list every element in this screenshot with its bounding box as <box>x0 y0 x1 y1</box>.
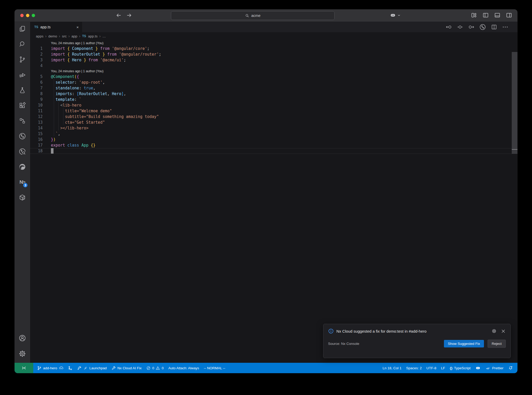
info-icon <box>328 328 334 334</box>
reject-button[interactable]: Reject <box>488 340 506 348</box>
code-line: 9 template: ` <box>30 97 517 102</box>
code-line: 6 selector: 'app-root', <box>30 80 517 85</box>
gitlens-inspect-icon[interactable] <box>18 148 26 155</box>
line-number: 16 <box>30 137 43 142</box>
code-line: 13 cta="Get Started" <box>30 120 517 125</box>
notification-toast: Nx Cloud suggested a fix for demo:test i… <box>323 324 511 358</box>
typescript-file-icon: TS <box>82 34 86 38</box>
copilot-status[interactable] <box>473 363 483 373</box>
show-suggested-fix-button[interactable]: Show Suggested Fix <box>444 340 484 347</box>
minimize-window-button[interactable] <box>26 14 29 17</box>
toggle-panel-bottom-icon[interactable] <box>494 12 501 18</box>
codelens-blame[interactable]: You, 24 minutes ago | 1 author (You) <box>30 69 517 74</box>
scrollbar-thumb[interactable] <box>512 52 517 154</box>
container-icon[interactable] <box>18 194 26 201</box>
code-line: 5@Component({ <box>30 74 517 80</box>
nx-cloud-ai-fix-status[interactable]: Nx Cloud AI Fix <box>109 363 144 373</box>
window-controls <box>20 14 35 17</box>
testing-beaker-icon[interactable] <box>18 86 26 94</box>
code-line: 11 title="Welcmoe demo" <box>30 108 517 114</box>
line-number: 12 <box>30 114 43 120</box>
git-branch-status[interactable]: add-hero <box>35 363 66 373</box>
navigate-back-revision-icon[interactable] <box>445 24 452 30</box>
editor-scrollbar[interactable] <box>512 40 517 363</box>
line-number: 18 <box>30 148 43 154</box>
gitlens-icon[interactable] <box>18 132 26 140</box>
code-line: 2import { RouterOutlet } from '@angular/… <box>30 51 517 57</box>
extensions-icon[interactable] <box>18 102 26 109</box>
split-editor-icon[interactable] <box>491 24 497 30</box>
title-bar: acme <box>15 9 517 22</box>
editor-cursor <box>51 148 54 154</box>
code-editor[interactable]: You, 24 minutes ago | 1 author (You)1imp… <box>30 40 517 363</box>
wrench-icon <box>111 366 116 370</box>
remote-indicator-icon <box>21 365 26 371</box>
navigate-forward-revision-icon[interactable] <box>468 24 475 30</box>
codelens-blame[interactable]: You, 24 minutes ago | 1 author (You) <box>30 41 517 46</box>
typescript-file-icon: TS <box>34 25 38 29</box>
notification-title: Nx Cloud suggested a fix for demo:test i… <box>336 329 489 333</box>
breadcrumb-item[interactable]: app <box>71 34 77 38</box>
notifications-bell[interactable] <box>506 363 515 373</box>
settings-gear-icon[interactable] <box>18 350 26 358</box>
search-icon <box>245 14 249 18</box>
current-revision-icon[interactable] <box>457 24 463 30</box>
command-center-search[interactable]: acme <box>171 11 335 20</box>
breadcrumb-separator: › <box>99 34 101 38</box>
edge-browser-icon[interactable] <box>18 163 26 171</box>
line-number: 14 <box>30 125 43 131</box>
code-line: 4 <box>30 63 517 69</box>
notification-settings-gear-icon[interactable] <box>491 328 497 334</box>
eol-status[interactable]: LF <box>439 363 448 373</box>
customize-layout-icon[interactable] <box>471 12 477 18</box>
line-number: 9 <box>30 97 43 102</box>
notification-close-icon[interactable] <box>501 329 506 334</box>
nx-console-icon[interactable]: N> 3 <box>18 178 26 186</box>
navigate-back-button[interactable] <box>115 12 122 19</box>
copilot-icon[interactable] <box>390 12 396 18</box>
breadcrumb-separator: › <box>68 34 70 38</box>
close-tab-icon[interactable]: × <box>76 25 79 29</box>
chevron-down-icon[interactable] <box>397 14 401 17</box>
breadcrumb-item[interactable]: … <box>102 34 106 38</box>
braces-icon: {} <box>450 366 453 370</box>
breadcrumb-item[interactable]: demo <box>48 34 57 38</box>
nx-badge: 3 <box>23 182 28 188</box>
org-references-icon[interactable] <box>18 117 26 125</box>
vscode-window: acme <box>15 9 517 373</box>
cursor-position-status[interactable]: Ln 18, Col 1 <box>380 363 404 373</box>
encoding-status[interactable]: UTF-8 <box>424 363 439 373</box>
auto-attach-status[interactable]: Auto Attach: Always <box>166 363 202 373</box>
zoom-window-button[interactable] <box>32 14 35 17</box>
search-value: acme <box>251 14 260 18</box>
source-control-icon[interactable] <box>18 56 26 63</box>
problems-status[interactable]: 0 0 <box>144 363 166 373</box>
code-line: 10 <lib-hero <box>30 102 517 108</box>
code-line: 12 subtitle="Build something amazing tod… <box>30 114 517 120</box>
breadcrumb-item[interactable]: src <box>62 34 66 38</box>
breadcrumb-item[interactable]: apps <box>36 34 43 38</box>
toggle-sidebar-right-icon[interactable] <box>506 12 512 18</box>
launchpad-status[interactable]: Launchpad <box>75 363 109 373</box>
accounts-person-icon[interactable] <box>18 334 26 342</box>
tab-app-ts[interactable]: TS app.ts × <box>30 22 82 32</box>
navigate-forward-button[interactable] <box>126 12 132 19</box>
search-icon[interactable] <box>18 40 26 48</box>
line-number: 6 <box>30 80 43 85</box>
gitlens-graph-icon[interactable] <box>479 23 486 31</box>
breadcrumb-item[interactable]: app.ts <box>88 34 98 38</box>
line-number: 8 <box>30 91 43 97</box>
prettier-status[interactable]: Prettier <box>483 363 506 373</box>
git-graph-status[interactable] <box>66 363 75 373</box>
plug-icon <box>83 366 88 370</box>
language-mode-status[interactable]: {} TypeScript <box>448 363 473 373</box>
toggle-sidebar-left-icon[interactable] <box>482 12 489 18</box>
remote-indicator[interactable] <box>15 363 33 373</box>
more-actions-icon[interactable] <box>502 24 509 30</box>
run-debug-icon[interactable] <box>18 71 26 79</box>
explorer-files-icon[interactable] <box>18 25 26 33</box>
vim-mode-status[interactable]: -- NORMAL -- <box>202 363 228 373</box>
indentation-status[interactable]: Spaces: 2 <box>404 363 424 373</box>
close-window-button[interactable] <box>20 14 24 17</box>
git-graph-icon <box>68 366 72 370</box>
